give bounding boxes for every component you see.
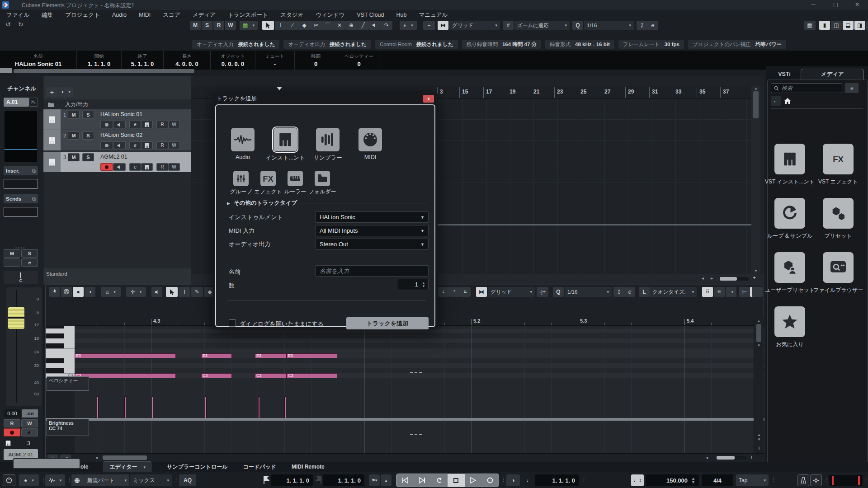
- midi-note-E3[interactable]: E3: [201, 353, 232, 358]
- part-layers-icon[interactable]: ≋: [714, 287, 725, 297]
- track-mute-button[interactable]: M: [68, 131, 80, 140]
- quantize-icon[interactable]: Q: [572, 21, 583, 30]
- track-record-button[interactable]: [100, 163, 113, 171]
- sync-button[interactable]: ◑: [506, 474, 520, 486]
- tab-vsti[interactable]: VSTi: [770, 69, 799, 80]
- keep-dialog-open-checkbox[interactable]: [229, 319, 236, 327]
- record-button[interactable]: [481, 474, 499, 487]
- info-cell-4[interactable]: オフセット0. 0. 0. 0: [211, 51, 255, 70]
- pin-icon[interactable]: [49, 287, 60, 297]
- status-pill-6[interactable]: プロジェクトのパン補正均等パワー: [688, 40, 786, 49]
- grid-match-button[interactable]: -|+: [537, 287, 548, 297]
- tempo-display[interactable]: 150.000▲▼: [646, 474, 699, 486]
- menu-item-Audio[interactable]: Audio: [112, 12, 127, 18]
- layout-lower-zone-button[interactable]: ◫: [831, 21, 842, 30]
- cycle-button[interactable]: [430, 474, 448, 487]
- track-monitor-button[interactable]: [113, 141, 126, 149]
- dialog-track-type-フォルダー[interactable]: [315, 171, 330, 186]
- channel-solo-button[interactable]: S: [21, 249, 38, 258]
- other-track-types-row[interactable]: ▶ その他のトラックタイプ: [227, 199, 426, 207]
- bottom-tab-MIDI Remote[interactable]: MIDI Remote: [292, 464, 325, 470]
- menu-item-スタジオ[interactable]: スタジオ: [280, 11, 303, 19]
- channel-record-button[interactable]: [4, 428, 20, 436]
- project-vscrollbar[interactable]: ▴ ▾: [751, 86, 760, 274]
- info-cell-7[interactable]: ベロシティー0: [337, 51, 381, 70]
- length-q-icon[interactable]: L: [639, 287, 650, 297]
- channel-mute-button[interactable]: M: [4, 249, 20, 258]
- show-note-exp-button[interactable]: ◑: [85, 287, 95, 297]
- count-spinner-icons[interactable]: ▲▼: [422, 282, 425, 288]
- project-cursor-marker[interactable]: [277, 87, 282, 90]
- add-track-button[interactable]: +: [46, 87, 58, 97]
- piano-keyboard[interactable]: C3: [46, 326, 75, 378]
- midi-note-C3[interactable]: C3: [75, 373, 176, 378]
- io-header-row[interactable]: 入力/出力: [43, 99, 191, 109]
- nudge-down-icon[interactable]: ⇣: [438, 287, 449, 297]
- editor-snap-icon[interactable]: ⧓: [476, 287, 487, 297]
- nudge-more-icon[interactable]: ⇊: [460, 287, 471, 297]
- fader-cap[interactable]: [8, 307, 24, 329]
- mute-all-button[interactable]: M: [190, 21, 201, 30]
- layout-bottom-button[interactable]: ⬓: [843, 21, 854, 30]
- status-pill-2[interactable]: Control Room接続されました: [375, 40, 458, 49]
- step-input-dropdown[interactable]: ✛▾: [126, 287, 146, 297]
- track-read-button[interactable]: R: [156, 121, 168, 128]
- goto-right-locator-button[interactable]: ▴: [381, 474, 392, 486]
- media-home-icon[interactable]: [783, 96, 793, 106]
- menu-item-Hub[interactable]: Hub: [396, 12, 407, 18]
- solo-editor-button[interactable]: Ⓢ: [61, 287, 72, 297]
- cc-lane[interactable]: [75, 421, 764, 453]
- midi-mix-dropdown[interactable]: ミックス▾: [130, 474, 172, 486]
- count-stepper[interactable]: 1 ▲▼: [397, 279, 429, 290]
- inspector-overview-thumb[interactable]: [13, 458, 80, 469]
- media-tile-user-preset[interactable]: [774, 252, 805, 283]
- pan-control[interactable]: C: [4, 271, 38, 284]
- dialog-field-dropdown-0[interactable]: HALion Sonic▼: [316, 211, 429, 223]
- insert-slot[interactable]: [4, 179, 38, 189]
- part-dropdown-caret[interactable]: ▾: [726, 287, 736, 297]
- tap-tempo-button[interactable]: Tap▾: [736, 474, 769, 486]
- dialog-track-type-MIDI[interactable]: [359, 128, 382, 151]
- track-read-button[interactable]: R: [156, 141, 168, 149]
- indep-loop-icon[interactable]: ⊢: [739, 287, 750, 297]
- channel-write-button[interactable]: W: [21, 419, 38, 427]
- media-tile-fx[interactable]: FX: [823, 144, 854, 174]
- goto-end-button[interactable]: [414, 474, 431, 487]
- solo-all-button[interactable]: S: [202, 21, 212, 30]
- menu-item-VST Cloud[interactable]: VST Cloud: [357, 12, 384, 18]
- iterative-quantize-button[interactable]: ⁒: [637, 21, 647, 30]
- info-cell-3[interactable]: 長さ4. 0. 0. 0: [164, 51, 211, 70]
- media-tile-preset[interactable]: [823, 198, 854, 229]
- editor-range-tool[interactable]: I: [179, 287, 190, 297]
- editor-hscrollbar[interactable]: + ▾ ◂ ▸ +: [46, 453, 764, 462]
- menu-item-ファイル[interactable]: ファイル: [6, 11, 29, 19]
- dialog-field-dropdown-1[interactable]: All MIDI Inputs▼: [316, 225, 429, 236]
- channel-read-button[interactable]: R: [4, 419, 20, 427]
- snap-type-dropdown[interactable]: グリッド▾: [449, 21, 500, 30]
- dialog-track-type-Audio[interactable]: [231, 128, 255, 151]
- white-key-A3[interactable]: [46, 328, 75, 333]
- menu-item-編集[interactable]: 編集: [42, 11, 53, 19]
- menu-item-メディア[interactable]: メディア: [193, 11, 216, 19]
- midi-note-E3[interactable]: E3: [75, 353, 176, 358]
- status-pill-5[interactable]: フレームレート30 fps: [618, 40, 684, 49]
- scissors-tool[interactable]: ✂: [310, 21, 322, 30]
- track-row-HALion Sonic 02[interactable]: 2MSHALion Sonic 02eRW: [43, 130, 191, 151]
- pitch-visibility-dropdown[interactable]: ⌂▾: [101, 287, 121, 297]
- tab-media[interactable]: メディア: [801, 69, 864, 80]
- editor-scroll-right-icon[interactable]: ▸: [707, 455, 709, 460]
- write-all-button[interactable]: W: [225, 21, 236, 30]
- status-pill-4[interactable]: 録音形式48 kHz - 16 bit: [545, 40, 614, 49]
- status-pill-1[interactable]: オーディオ出力接続されました: [283, 40, 371, 49]
- metronome-setup-gear-icon[interactable]: [810, 474, 822, 486]
- nudge-up-icon[interactable]: ⇡: [449, 287, 460, 297]
- cc-lane-label[interactable]: Brightness CC 74: [47, 419, 89, 436]
- editor-select-tool[interactable]: [166, 287, 178, 297]
- editor-grid-dropdown[interactable]: グリッド▾: [488, 287, 535, 297]
- status-pill-0[interactable]: オーディオ入力接続されました: [192, 40, 279, 49]
- marker-bubble-button[interactable]: ◗▾: [400, 21, 417, 30]
- maximize-button[interactable]: ▢: [833, 1, 838, 8]
- editor-scroll-thumb[interactable]: [103, 455, 147, 460]
- bottom-tab-エディター[interactable]: エディター▾: [104, 461, 151, 472]
- info-cell-0[interactable]: 名前HALion Sonic 01: [0, 51, 77, 70]
